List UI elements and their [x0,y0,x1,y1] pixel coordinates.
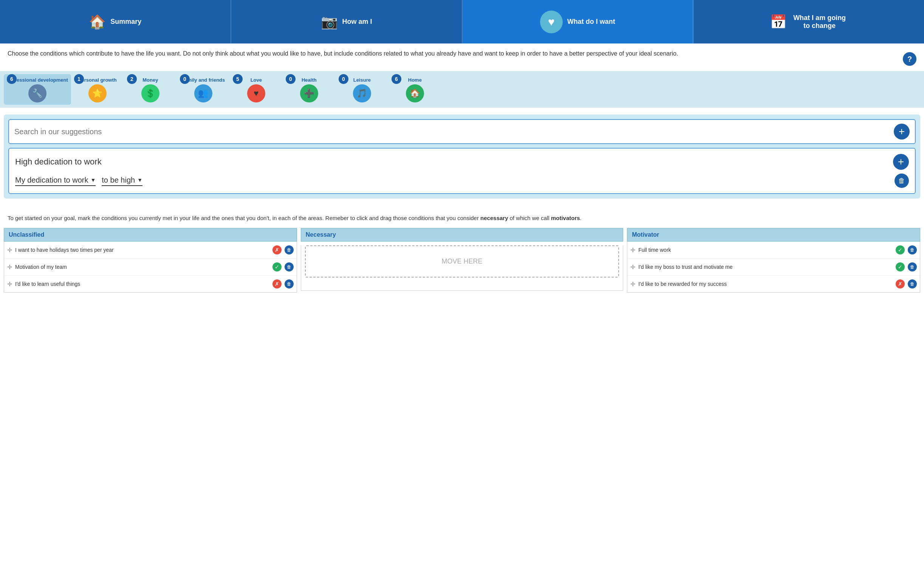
predicate-arrow-icon: ▼ [137,177,142,183]
cat-icon-health: ➕ [300,84,318,102]
lower-desc-bold1: necessary [480,215,508,221]
status-icon-green[interactable]: ✓ [896,262,905,271]
nav-label-whatdoiwant: What do I want [567,18,615,26]
subject-dropdown[interactable]: My dedication to work ▼ [15,176,96,186]
move-here-placeholder: MOVE HERE [305,245,619,278]
columns-container: Unclassified ✛ I want to have holidays t… [0,228,924,300]
delete-icon[interactable]: 🗑 [285,279,294,288]
drag-handle[interactable]: ✛ [7,247,12,254]
unclassified-item-1: ✛ Motivation of my team ✓ 🗑 [4,259,297,276]
condition-title-row: High dedication to work + [15,154,909,170]
heart-icon: ♥ [540,11,563,33]
delete-icon[interactable]: 🗑 [285,245,294,254]
condition-title-text: High dedication to work [15,157,102,167]
unclassified-item-0: ✛ I want to have holidays two times per … [4,242,297,259]
cat-icon-leisure: 🎵 [353,84,371,102]
drag-handle[interactable]: ✛ [630,264,635,271]
unclassified-item-2: ✛ I'd like to learn useful things ✗ 🗑 [4,276,297,292]
status-icon-green[interactable]: ✓ [272,262,282,271]
nav-icon-change: 📅 [770,14,787,30]
item-text: Full time work [638,247,893,253]
category-item-family[interactable]: 0 Family and friends 👥 [177,74,230,105]
motivator-item-0: ✛ Full time work ✓ 🗑 [627,242,920,259]
delete-icon[interactable]: 🗑 [908,262,917,271]
category-item-money[interactable]: 2 Money 💲 [124,74,177,105]
nav-label-howami: How am I [342,18,372,26]
item-text: I'd like to learn useful things [15,281,269,287]
delete-icon[interactable]: 🗑 [908,279,917,288]
cat-label-home: Home [408,77,422,83]
condition-dropdowns: My dedication to work ▼ to be high ▼ [15,176,142,186]
cat-label-health: Health [302,77,317,83]
nav-item-summary[interactable]: 🏠 Summary [0,0,231,43]
nav-label-summary: Summary [110,18,141,26]
condition-add-button[interactable]: + [893,154,909,170]
cat-label-leisure: Leisure [353,77,371,83]
cat-badge-family: 0 [180,74,190,84]
cat-icon-money: 💲 [141,84,159,102]
cat-badge-home: 6 [392,74,401,84]
status-icon-red[interactable]: ✗ [272,279,282,288]
predicate-dropdown[interactable]: to be high ▼ [102,176,142,186]
cat-badge-professional: 6 [7,74,17,84]
cat-badge-personal: 1 [74,74,84,84]
condition-box: High dedication to work + My dedication … [8,148,916,194]
category-item-leisure[interactable]: 0 Leisure 🎵 [336,74,388,105]
predicate-label: to be high [102,176,135,185]
condition-delete-button[interactable]: 🗑 [895,174,909,188]
search-box: + [8,119,916,144]
category-item-personal[interactable]: 1 Personal growth ⭐ [71,74,124,105]
delete-icon[interactable]: 🗑 [908,245,917,254]
category-bar: 6 Professional development 🔧 1 Personal … [0,71,924,108]
cat-badge-money: 2 [127,74,137,84]
item-text: I'd like to be rewarded for my success [638,281,893,287]
cat-badge-love: 5 [233,74,243,84]
lower-desc-text2: of which we call [508,215,551,221]
nav-item-whatdoiwant[interactable]: ♥ What do I want [463,0,694,43]
drag-handle[interactable]: ✛ [7,281,12,288]
cat-icon-professional: 🔧 [28,84,46,102]
unclassified-column: Unclassified ✛ I want to have holidays t… [4,228,297,293]
drag-handle[interactable]: ✛ [630,281,635,288]
necessary-header: Necessary [301,228,623,242]
cat-label-personal: Personal growth [78,77,117,83]
lower-desc-end: . [580,215,582,221]
unclassified-body: ✛ I want to have holidays two times per … [4,242,297,293]
subject-label: My dedication to work [15,176,88,185]
search-add-button[interactable]: + [894,124,910,140]
nav-item-howami[interactable]: 📷 How am I [231,0,463,43]
description-text: Choose the conditions which contribute t… [8,50,895,57]
search-input[interactable] [14,127,894,136]
unclassified-header: Unclassified [4,228,297,242]
category-item-home[interactable]: 6 Home 🏠 [388,74,441,105]
motivator-body: ✛ Full time work ✓ 🗑 ✛ I'd like my boss … [627,242,920,293]
motivator-item-2: ✛ I'd like to be rewarded for my success… [627,276,920,292]
status-icon-red[interactable]: ✗ [896,279,905,288]
necessary-body: MOVE HERE [301,245,623,291]
subject-arrow-icon: ▼ [90,177,96,183]
category-item-health[interactable]: 0 Health ➕ [283,74,336,105]
status-icon-green[interactable]: ✓ [896,245,905,254]
search-area: + High dedication to work + My dedicatio… [4,115,920,198]
drag-handle[interactable]: ✛ [7,264,12,271]
cat-badge-health: 0 [286,74,296,84]
nav-item-change[interactable]: 📅 What I am going to change [693,0,924,43]
help-button[interactable]: ? [903,52,916,66]
category-item-professional[interactable]: 6 Professional development 🔧 [4,74,71,105]
status-icon-red[interactable]: ✗ [272,245,282,254]
item-text: Motivation of my team [15,264,269,270]
delete-icon[interactable]: 🗑 [285,262,294,271]
item-text: I'd like my boss to trust and motivate m… [638,264,893,270]
cat-label-money: Money [142,77,158,83]
nav-icon-summary: 🏠 [89,14,106,30]
cat-icon-personal: ⭐ [88,84,107,102]
drag-handle[interactable]: ✛ [630,247,635,254]
cat-icon-family: 👥 [194,84,212,102]
nav-label-change: What I am going to change [791,14,848,30]
necessary-column: Necessary MOVE HERE [301,228,623,291]
lower-desc-bold2: motivators [551,215,580,221]
category-item-love[interactable]: 5 Love ♥ [230,74,283,105]
motivator-column: Motivator ✛ Full time work ✓ 🗑 ✛ I'd lik… [627,228,920,293]
nav-icon-howami: 📷 [321,14,338,30]
cat-icon-love: ♥ [247,84,265,102]
